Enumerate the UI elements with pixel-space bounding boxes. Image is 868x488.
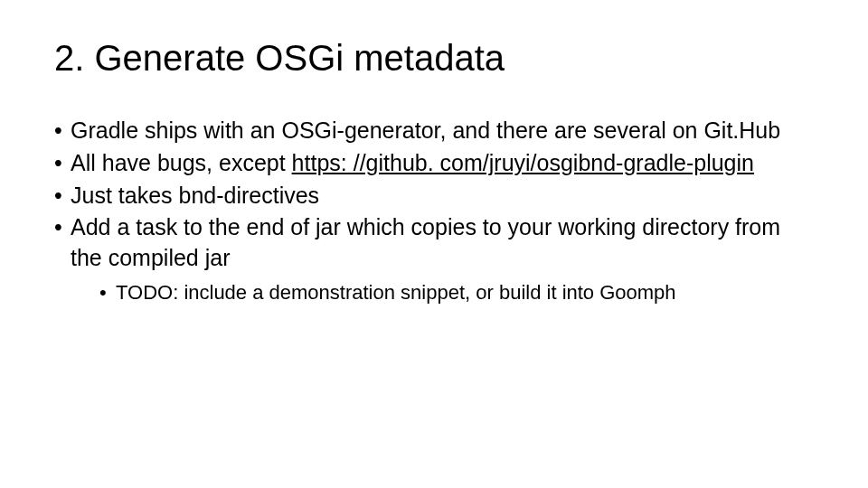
bullet-item-3: Just takes bnd-directives — [54, 181, 814, 211]
sub-bullet-list: TODO: include a demonstration snippet, o… — [71, 279, 814, 306]
bullet-text: Add a task to the end of jar which copie… — [71, 214, 780, 270]
bullet-list: Gradle ships with an OSGi-generator, and… — [54, 116, 814, 305]
bullet-item-1: Gradle ships with an OSGi-generator, and… — [54, 116, 814, 146]
bullet-text: Gradle ships with an OSGi-generator, and… — [71, 117, 780, 143]
sub-bullet-item-1: TODO: include a demonstration snippet, o… — [99, 279, 814, 306]
slide-title: 2. Generate OSGi metadata — [54, 36, 814, 80]
bullet-item-2: All have bugs, except https: //github. c… — [54, 148, 814, 179]
bullet-item-4: Add a task to the end of jar which copie… — [54, 212, 814, 305]
slide: 2. Generate OSGi metadata Gradle ships w… — [0, 0, 868, 488]
sub-bullet-text: TODO: include a demonstration snippet, o… — [116, 281, 676, 304]
bullet-text-prefix: All have bugs, except — [71, 150, 292, 175]
github-link[interactable]: https: //github. com/jruyi/osgibnd-gradl… — [292, 150, 754, 175]
bullet-text: Just takes bnd-directives — [71, 183, 319, 208]
